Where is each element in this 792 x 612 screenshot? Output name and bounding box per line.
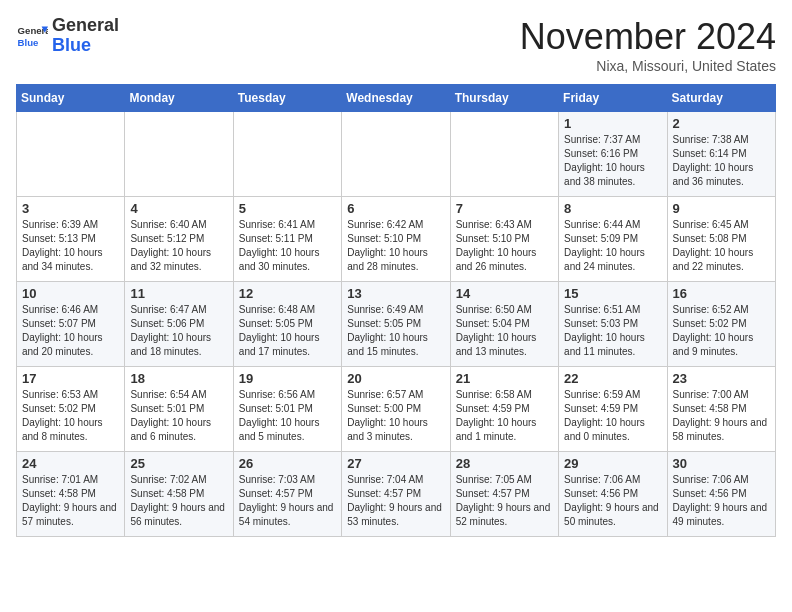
logo-text: General Blue: [52, 16, 119, 56]
day-info: Sunrise: 6:51 AM Sunset: 5:03 PM Dayligh…: [564, 303, 661, 359]
day-info: Sunrise: 6:47 AM Sunset: 5:06 PM Dayligh…: [130, 303, 227, 359]
calendar-cell: [342, 112, 450, 197]
calendar-cell: 1Sunrise: 7:37 AM Sunset: 6:16 PM Daylig…: [559, 112, 667, 197]
day-info: Sunrise: 7:06 AM Sunset: 4:56 PM Dayligh…: [564, 473, 661, 529]
day-number: 29: [564, 456, 661, 471]
calendar-cell: 2Sunrise: 7:38 AM Sunset: 6:14 PM Daylig…: [667, 112, 775, 197]
calendar-cell: 18Sunrise: 6:54 AM Sunset: 5:01 PM Dayli…: [125, 367, 233, 452]
day-info: Sunrise: 6:54 AM Sunset: 5:01 PM Dayligh…: [130, 388, 227, 444]
calendar-cell: 14Sunrise: 6:50 AM Sunset: 5:04 PM Dayli…: [450, 282, 558, 367]
day-number: 16: [673, 286, 770, 301]
day-info: Sunrise: 6:57 AM Sunset: 5:00 PM Dayligh…: [347, 388, 444, 444]
day-number: 7: [456, 201, 553, 216]
header: General Blue General Blue November 2024 …: [16, 16, 776, 74]
logo: General Blue General Blue: [16, 16, 119, 56]
calendar-week-row: 1Sunrise: 7:37 AM Sunset: 6:16 PM Daylig…: [17, 112, 776, 197]
weekday-header: Tuesday: [233, 85, 341, 112]
day-info: Sunrise: 7:37 AM Sunset: 6:16 PM Dayligh…: [564, 133, 661, 189]
weekday-header: Thursday: [450, 85, 558, 112]
calendar-cell: 26Sunrise: 7:03 AM Sunset: 4:57 PM Dayli…: [233, 452, 341, 537]
weekday-header: Monday: [125, 85, 233, 112]
day-number: 12: [239, 286, 336, 301]
weekday-header: Friday: [559, 85, 667, 112]
day-info: Sunrise: 6:46 AM Sunset: 5:07 PM Dayligh…: [22, 303, 119, 359]
calendar-cell: 4Sunrise: 6:40 AM Sunset: 5:12 PM Daylig…: [125, 197, 233, 282]
day-number: 17: [22, 371, 119, 386]
weekday-header: Saturday: [667, 85, 775, 112]
calendar-cell: [233, 112, 341, 197]
calendar-cell: 21Sunrise: 6:58 AM Sunset: 4:59 PM Dayli…: [450, 367, 558, 452]
day-number: 21: [456, 371, 553, 386]
day-number: 18: [130, 371, 227, 386]
calendar-cell: 8Sunrise: 6:44 AM Sunset: 5:09 PM Daylig…: [559, 197, 667, 282]
day-info: Sunrise: 7:06 AM Sunset: 4:56 PM Dayligh…: [673, 473, 770, 529]
calendar-cell: [17, 112, 125, 197]
day-number: 8: [564, 201, 661, 216]
calendar-week-row: 10Sunrise: 6:46 AM Sunset: 5:07 PM Dayli…: [17, 282, 776, 367]
weekday-header: Sunday: [17, 85, 125, 112]
day-number: 22: [564, 371, 661, 386]
calendar-cell: [125, 112, 233, 197]
day-number: 23: [673, 371, 770, 386]
calendar-week-row: 24Sunrise: 7:01 AM Sunset: 4:58 PM Dayli…: [17, 452, 776, 537]
day-info: Sunrise: 6:43 AM Sunset: 5:10 PM Dayligh…: [456, 218, 553, 274]
day-number: 5: [239, 201, 336, 216]
day-info: Sunrise: 6:49 AM Sunset: 5:05 PM Dayligh…: [347, 303, 444, 359]
calendar-cell: 13Sunrise: 6:49 AM Sunset: 5:05 PM Dayli…: [342, 282, 450, 367]
day-number: 13: [347, 286, 444, 301]
day-info: Sunrise: 6:53 AM Sunset: 5:02 PM Dayligh…: [22, 388, 119, 444]
day-number: 28: [456, 456, 553, 471]
day-info: Sunrise: 7:38 AM Sunset: 6:14 PM Dayligh…: [673, 133, 770, 189]
calendar-cell: 7Sunrise: 6:43 AM Sunset: 5:10 PM Daylig…: [450, 197, 558, 282]
calendar-cell: [450, 112, 558, 197]
calendar-cell: 15Sunrise: 6:51 AM Sunset: 5:03 PM Dayli…: [559, 282, 667, 367]
day-number: 6: [347, 201, 444, 216]
day-info: Sunrise: 6:44 AM Sunset: 5:09 PM Dayligh…: [564, 218, 661, 274]
day-number: 1: [564, 116, 661, 131]
day-number: 11: [130, 286, 227, 301]
day-info: Sunrise: 6:52 AM Sunset: 5:02 PM Dayligh…: [673, 303, 770, 359]
day-info: Sunrise: 6:58 AM Sunset: 4:59 PM Dayligh…: [456, 388, 553, 444]
day-number: 30: [673, 456, 770, 471]
calendar-cell: 24Sunrise: 7:01 AM Sunset: 4:58 PM Dayli…: [17, 452, 125, 537]
calendar-cell: 19Sunrise: 6:56 AM Sunset: 5:01 PM Dayli…: [233, 367, 341, 452]
day-number: 19: [239, 371, 336, 386]
calendar-week-row: 3Sunrise: 6:39 AM Sunset: 5:13 PM Daylig…: [17, 197, 776, 282]
day-info: Sunrise: 6:48 AM Sunset: 5:05 PM Dayligh…: [239, 303, 336, 359]
calendar-cell: 28Sunrise: 7:05 AM Sunset: 4:57 PM Dayli…: [450, 452, 558, 537]
day-info: Sunrise: 7:05 AM Sunset: 4:57 PM Dayligh…: [456, 473, 553, 529]
day-number: 14: [456, 286, 553, 301]
calendar-table: SundayMondayTuesdayWednesdayThursdayFrid…: [16, 84, 776, 537]
day-number: 10: [22, 286, 119, 301]
weekday-header: Wednesday: [342, 85, 450, 112]
calendar-cell: 10Sunrise: 6:46 AM Sunset: 5:07 PM Dayli…: [17, 282, 125, 367]
calendar-cell: 3Sunrise: 6:39 AM Sunset: 5:13 PM Daylig…: [17, 197, 125, 282]
day-number: 4: [130, 201, 227, 216]
calendar-cell: 20Sunrise: 6:57 AM Sunset: 5:00 PM Dayli…: [342, 367, 450, 452]
calendar-cell: 27Sunrise: 7:04 AM Sunset: 4:57 PM Dayli…: [342, 452, 450, 537]
calendar-week-row: 17Sunrise: 6:53 AM Sunset: 5:02 PM Dayli…: [17, 367, 776, 452]
day-number: 25: [130, 456, 227, 471]
day-info: Sunrise: 6:50 AM Sunset: 5:04 PM Dayligh…: [456, 303, 553, 359]
calendar-cell: 6Sunrise: 6:42 AM Sunset: 5:10 PM Daylig…: [342, 197, 450, 282]
day-info: Sunrise: 7:04 AM Sunset: 4:57 PM Dayligh…: [347, 473, 444, 529]
calendar-cell: 11Sunrise: 6:47 AM Sunset: 5:06 PM Dayli…: [125, 282, 233, 367]
day-info: Sunrise: 6:40 AM Sunset: 5:12 PM Dayligh…: [130, 218, 227, 274]
day-number: 20: [347, 371, 444, 386]
calendar-header: SundayMondayTuesdayWednesdayThursdayFrid…: [17, 85, 776, 112]
day-info: Sunrise: 6:56 AM Sunset: 5:01 PM Dayligh…: [239, 388, 336, 444]
calendar-cell: 29Sunrise: 7:06 AM Sunset: 4:56 PM Dayli…: [559, 452, 667, 537]
day-info: Sunrise: 7:02 AM Sunset: 4:58 PM Dayligh…: [130, 473, 227, 529]
day-info: Sunrise: 6:39 AM Sunset: 5:13 PM Dayligh…: [22, 218, 119, 274]
day-info: Sunrise: 7:03 AM Sunset: 4:57 PM Dayligh…: [239, 473, 336, 529]
calendar-cell: 5Sunrise: 6:41 AM Sunset: 5:11 PM Daylig…: [233, 197, 341, 282]
calendar-cell: 25Sunrise: 7:02 AM Sunset: 4:58 PM Dayli…: [125, 452, 233, 537]
month-title: November 2024: [520, 16, 776, 58]
day-number: 3: [22, 201, 119, 216]
calendar-body: 1Sunrise: 7:37 AM Sunset: 6:16 PM Daylig…: [17, 112, 776, 537]
day-info: Sunrise: 7:01 AM Sunset: 4:58 PM Dayligh…: [22, 473, 119, 529]
logo-icon: General Blue: [16, 20, 48, 52]
day-number: 26: [239, 456, 336, 471]
day-info: Sunrise: 6:59 AM Sunset: 4:59 PM Dayligh…: [564, 388, 661, 444]
day-number: 2: [673, 116, 770, 131]
